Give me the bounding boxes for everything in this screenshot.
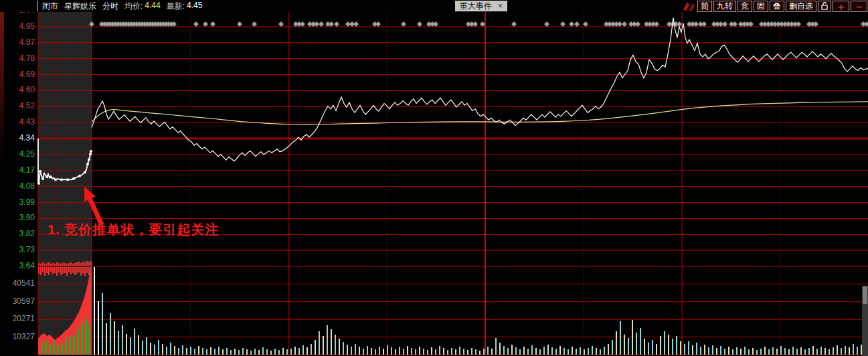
lock-open-icon[interactable]	[818, 1, 831, 12]
toolbar-button[interactable]: 固	[754, 1, 768, 12]
price-axis-tick: 4.87	[1, 38, 35, 47]
avg-price: 均价:4.44	[124, 1, 161, 12]
price-axis-tick: 3.99	[1, 198, 35, 207]
price-axis-tick: 4.43	[1, 118, 35, 126]
volume-axis-tick: 30597	[1, 297, 35, 306]
toolbar-button[interactable]: 竞	[737, 1, 752, 12]
annotation-text: 1. 竞价推单状，要引起关注	[48, 221, 219, 239]
zoom-out-button[interactable]: －	[851, 1, 867, 12]
volume-axis-tick: 20271	[1, 315, 35, 323]
price-axis-tick: 4.52	[1, 102, 35, 110]
price-axis-tick: 4.17	[1, 166, 35, 175]
last-price-label: 最新:	[167, 1, 185, 12]
price-axis-tick: 4.34	[1, 134, 35, 143]
market-status: 闭市	[42, 1, 58, 12]
trading-app-window: 闭市 星辉娱乐 分时 均价:4.44 最新:4.45 重大事件 × 简九转竞固叠…	[0, 0, 868, 356]
flame-decoration-icon	[682, 1, 695, 11]
price-axis-tick: 3.90	[1, 213, 35, 222]
average-price-line	[92, 102, 868, 124]
toolbar-button[interactable]: 九转	[713, 1, 736, 12]
price-axis-tick: 4.69	[1, 70, 35, 79]
header-toolbar: 简九转竞固叠删自选＋－	[682, 0, 868, 12]
volume-axis-tick: 10327	[1, 333, 35, 341]
stock-name: 星辉娱乐	[64, 1, 96, 12]
tab-close-icon[interactable]: ×	[498, 1, 503, 11]
toolbar-button[interactable]: 简	[697, 1, 712, 12]
major-events-tab[interactable]: 重大事件 ×	[455, 1, 507, 11]
scrollbar-thumb[interactable]	[863, 286, 867, 304]
volume-bars	[94, 267, 866, 355]
lock-open-icon	[821, 2, 828, 10]
price-axis-tick: 4.25	[1, 150, 35, 159]
intraday-chart[interactable]	[0, 0, 868, 356]
event-diamond-icons[interactable]	[89, 21, 868, 27]
price-axis-tick: 4.60	[1, 86, 35, 94]
avg-price-value: 4.44	[145, 1, 160, 12]
header-bar: 闭市 星辉娱乐 分时 均价:4.44 最新:4.45 重大事件 × 简九转竞固叠…	[0, 0, 868, 12]
price-axis-tick: 3.82	[1, 230, 35, 238]
price-axis-tick: 3.73	[1, 246, 35, 254]
price-axis-tick: 4.95	[1, 22, 35, 31]
last-price-value: 4.45	[187, 1, 202, 12]
volume-axis-tick: 40541	[1, 279, 35, 288]
scrollbar[interactable]	[862, 286, 868, 356]
price-axis-tick: 3.64	[1, 262, 35, 270]
avg-price-label: 均价:	[124, 1, 143, 12]
quote-summary: 闭市 星辉娱乐 分时 均价:4.44 最新:4.45	[37, 1, 202, 11]
chart-type-label: 分时	[102, 1, 118, 12]
zoom-in-button[interactable]: ＋	[833, 1, 849, 12]
toolbar-button[interactable]: 删自选	[786, 1, 816, 12]
price-axis-tick: 4.78	[1, 54, 35, 63]
time-grid	[38, 12, 780, 355]
last-price: 最新:4.45	[167, 1, 203, 12]
price-axis-tick: 4.08	[1, 182, 35, 191]
major-events-tab-label: 重大事件	[460, 1, 492, 12]
toolbar-button[interactable]: 叠	[770, 1, 784, 12]
